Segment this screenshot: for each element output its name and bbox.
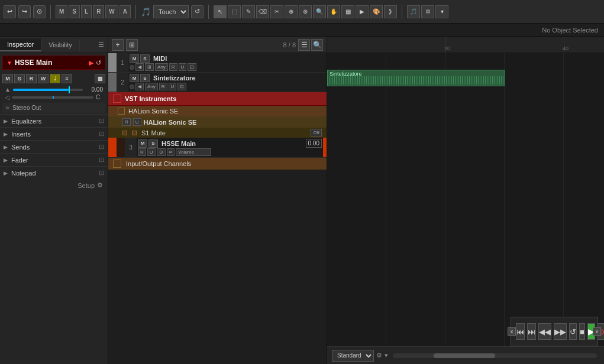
hsse-u-btn[interactable]: U <box>147 148 156 156</box>
ctrl-w[interactable]: W <box>38 74 49 83</box>
audition-tool[interactable]: ▶ <box>356 5 369 18</box>
range-tool[interactable]: ⬚ <box>228 5 241 18</box>
add-track-button[interactable]: + <box>112 39 124 51</box>
track-list-settings[interactable]: ☰ <box>298 39 310 51</box>
stereo-out[interactable]: ⊳ Stereo Out <box>2 103 105 113</box>
mode-m[interactable]: M <box>56 5 67 18</box>
setup-gear-icon[interactable]: ⚙ <box>97 181 103 189</box>
stop-button[interactable]: ■ <box>579 323 585 340</box>
midi-u-btn[interactable]: U <box>179 63 187 71</box>
hsse-s-btn[interactable]: S <box>148 139 158 148</box>
arrangement-area: 20 40 Sintetizzatore <box>327 37 604 364</box>
section-fader[interactable]: ▶ Fader ⊡ <box>0 153 108 166</box>
section-equalizers[interactable]: ▶ Equalizers ⊡ <box>0 114 108 127</box>
expand-tool[interactable]: ⟫ <box>384 5 397 18</box>
hsse-r-btn[interactable]: R <box>138 148 146 156</box>
midi-track-name: MIDI <box>151 55 325 62</box>
loop-button[interactable]: ↺ <box>569 323 577 340</box>
track-list-search[interactable]: 🔍 <box>311 39 323 51</box>
sinte-io-btn[interactable]: ⊡ <box>177 83 186 90</box>
notepad-label: Notepad <box>11 170 36 177</box>
sinte-m-btn[interactable]: M <box>130 74 139 82</box>
arrangement-clip-sinte[interactable]: Sintetizzatore <box>327 70 505 86</box>
mute-tool[interactable]: ⊗ <box>299 5 312 18</box>
midi-s-btn[interactable]: S <box>140 54 150 63</box>
forward-to-end-button[interactable]: ⏭ <box>527 323 536 340</box>
arrangement-scrollbar[interactable] <box>393 353 597 358</box>
mode-a[interactable]: A <box>119 5 131 18</box>
track-presets-button[interactable]: ⊞ <box>126 39 138 51</box>
draw-tool[interactable]: ✎ <box>242 5 255 18</box>
midi-m-btn[interactable]: M <box>130 54 139 63</box>
halion-off-btn[interactable]: Off <box>311 129 322 136</box>
sinte-u-btn[interactable]: U <box>169 83 177 90</box>
track-header-bypass[interactable]: ↺ <box>96 59 101 67</box>
pan-slider[interactable] <box>12 96 93 99</box>
mode-r[interactable]: R <box>93 5 104 18</box>
section-inserts[interactable]: ▶ Inserts ⊡ <box>0 127 108 140</box>
redo-button[interactable]: ↪ <box>18 5 31 18</box>
settings-icon-top[interactable]: ⚙ <box>421 5 434 18</box>
midi-rec-btn[interactable] <box>130 65 134 70</box>
hsse-volume-btn[interactable]: Volume <box>176 148 211 156</box>
sinte-r-btn[interactable]: R <box>159 83 167 90</box>
fast-forward-button[interactable]: ▶▶ <box>554 323 567 340</box>
rewind-to-start-button[interactable]: ⏮ <box>516 323 525 340</box>
midi-any-btn[interactable]: Any <box>155 63 168 71</box>
section-sends[interactable]: ▶ Sends ⊡ <box>0 140 108 153</box>
undo-button[interactable]: ↩ <box>4 5 16 18</box>
media-icon[interactable]: 🎵 <box>407 5 420 18</box>
preset-arrow-icon[interactable]: ▾ <box>385 352 388 359</box>
volume-pan-area: ▲ 0.00 ◁ C <box>0 85 108 102</box>
hsse-inf-btn[interactable]: ∞ <box>167 148 175 156</box>
refresh-button[interactable]: ↺ <box>191 5 204 18</box>
erase-tool[interactable]: ⌫ <box>256 5 269 18</box>
tab-inspector[interactable]: Inspector <box>0 38 41 51</box>
history-button[interactable]: ⊙ <box>33 5 46 18</box>
preset-settings-icon[interactable]: ⚙ <box>376 352 382 359</box>
midi-play-btn[interactable]: ◀ <box>135 63 144 71</box>
inspector-menu-btn[interactable]: ☰ <box>95 38 108 51</box>
transport-close-left[interactable]: x <box>508 327 516 336</box>
sinte-any-btn[interactable]: Any <box>145 83 158 90</box>
ctrl-eq[interactable]: ≡ <box>62 74 72 83</box>
hsse-m-btn[interactable]: M <box>138 139 147 148</box>
section-notepad[interactable]: ▶ Notepad ⊡ <box>0 166 108 179</box>
sinte-rec-btn[interactable] <box>130 84 134 89</box>
rewind-button[interactable]: ◀◀ <box>538 323 551 340</box>
select-tool[interactable]: ↖ <box>214 5 227 18</box>
mode-s[interactable]: S <box>69 5 80 18</box>
hsse-value: 0.00 <box>306 139 322 148</box>
mode-l[interactable]: L <box>81 5 92 18</box>
dropdown-icon[interactable]: ▾ <box>435 5 448 18</box>
midi-grid-btn[interactable]: ⊞ <box>145 63 154 71</box>
track-list-area: + ⊞ 8 / 8 ☰ 🔍 1 M S MIDI <box>108 37 327 364</box>
ctrl-r[interactable]: R <box>26 74 37 83</box>
midi-io-btn[interactable]: ⊡ <box>188 63 196 71</box>
color-tool[interactable]: 🎨 <box>370 5 383 18</box>
halion-r-btn[interactable]: R <box>122 118 131 126</box>
hand-tool[interactable]: ✋ <box>327 5 340 18</box>
halion-mute-label: S1 Mute <box>141 129 308 136</box>
ctrl-chart[interactable]: ▦ <box>95 74 105 83</box>
halion-u-btn[interactable]: U <box>133 118 141 126</box>
preset-select[interactable]: Standard <box>332 350 374 362</box>
touch-mode-select[interactable]: Touch Latch Write Read <box>153 5 189 18</box>
split-tool[interactable]: ✂ <box>270 5 283 18</box>
sinte-play-btn[interactable]: ◀ <box>135 83 144 90</box>
comp-tool[interactable]: ▦ <box>341 5 354 18</box>
zoom-tool[interactable]: 🔍 <box>313 5 326 18</box>
tab-visibility[interactable]: Visibility <box>41 39 80 51</box>
sinte-s-btn[interactable]: S <box>140 74 150 82</box>
ctrl-m[interactable]: M <box>2 74 13 83</box>
ctrl-s[interactable]: S <box>14 74 25 83</box>
volume-slider[interactable] <box>13 89 83 91</box>
transport-close-right[interactable]: x <box>593 327 601 336</box>
track-header-expand[interactable]: ▶ <box>89 59 93 67</box>
hsse-bypass-btn[interactable]: ⊙ <box>157 148 166 156</box>
glue-tool[interactable]: ⊕ <box>285 5 298 18</box>
midi-r-btn[interactable]: R <box>169 63 177 71</box>
ctrl-note[interactable]: ♩ <box>50 74 60 83</box>
mode-w[interactable]: W <box>105 5 118 18</box>
separator-1 <box>50 5 51 19</box>
